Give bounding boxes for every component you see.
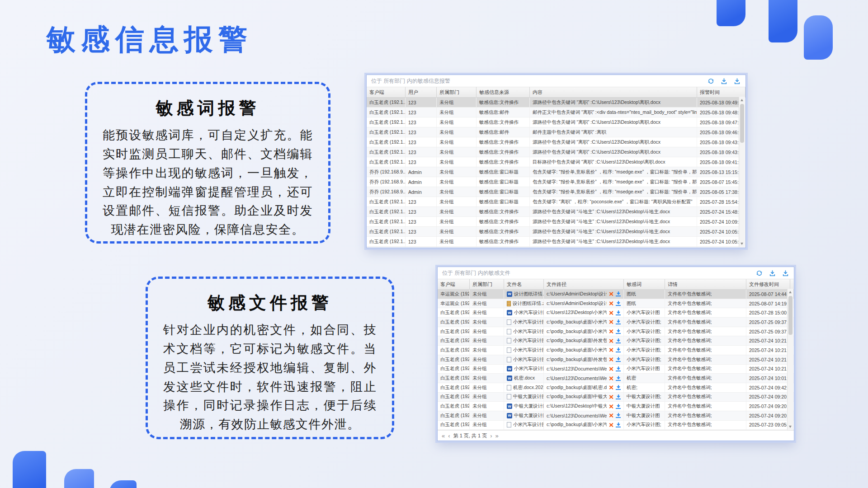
remove-icon[interactable]: [609, 394, 613, 399]
remove-icon[interactable]: [609, 413, 613, 418]
doc-file-icon: [507, 385, 511, 390]
table-row[interactable]: 白玉老虎 (192.1...未分组机密.docxc:\Users\123\Doc…: [438, 374, 794, 383]
cell-time: 2025-08-18 09:46:04: [697, 127, 745, 137]
table-row[interactable]: 白玉老虎 (192.1...未分组小米汽车设计图...c:\Users\123\…: [438, 308, 794, 318]
cell-path: c:\Users\123\Documents\WeChat F...: [544, 374, 624, 383]
column-header[interactable]: 敏感词: [624, 279, 665, 289]
column-header[interactable]: 内容: [530, 87, 697, 97]
table-row[interactable]: 白玉老虎 (192.1...未分组机密.docx.20250...c:\podl…: [438, 383, 794, 393]
refresh-icon[interactable]: [708, 78, 715, 84]
table-row[interactable]: 白玉老虎 (192.1...123未分组敏感信息:文件操作源路径中包含关键词 “…: [367, 217, 745, 227]
download-icon[interactable]: [616, 376, 621, 381]
column-header[interactable]: 文件修改时间: [746, 279, 790, 289]
download-icon[interactable]: [616, 347, 621, 352]
table-row[interactable]: 白玉老虎 (192.1...123未分组敏感信息:文件操作源路径中包含关键词 “…: [367, 137, 745, 147]
remove-icon[interactable]: [609, 422, 613, 427]
column-header[interactable]: 敏感信息来源: [476, 87, 530, 97]
table-row[interactable]: 白玉老虎 (192.1...未分组中银大厦设计图...c:\Users\123\…: [438, 411, 794, 421]
download-icon[interactable]: [782, 270, 789, 277]
download-icon[interactable]: [734, 78, 741, 84]
table-row[interactable]: 白玉老虎 (192.1...123未分组敏感信息:文件操作源路径中包含关键词 “…: [367, 237, 745, 247]
table-row[interactable]: 白玉老虎 (192.1...123未分组敏感信息:文件操作源路径中包含关键词 “…: [367, 227, 745, 237]
remove-icon[interactable]: [609, 301, 613, 306]
table-row[interactable]: 乔乔 (192.168.9...Admin未分组敏感信息:窗口标题包含关键字: …: [367, 177, 745, 187]
remove-icon[interactable]: [609, 310, 613, 315]
table-row[interactable]: 白玉老虎 (192.1...未分组中银大厦设计图...c:\podlp_back…: [438, 393, 794, 402]
remove-icon[interactable]: [609, 385, 613, 390]
download-icon[interactable]: [616, 338, 621, 343]
download-icon[interactable]: [616, 385, 621, 390]
prev-page-icon[interactable]: ‹: [448, 433, 450, 439]
column-header[interactable]: 客户端: [438, 279, 470, 289]
remove-icon[interactable]: [609, 366, 613, 371]
table-row[interactable]: 白玉老虎 (192.1...未分组小米汽车设计图...c:\podlp_back…: [438, 355, 794, 365]
download-icon[interactable]: [616, 319, 621, 324]
cell-client: 白玉老虎 (192.1...: [438, 374, 470, 383]
download-icon[interactable]: [616, 291, 621, 296]
table-row[interactable]: 白玉老虎 (192.1...123未分组敏感信息:邮件邮件主题中包含关键词 “离…: [367, 127, 745, 137]
remove-icon[interactable]: [609, 319, 613, 324]
export-icon[interactable]: [769, 270, 776, 277]
last-page-icon[interactable]: »: [495, 433, 499, 439]
column-header[interactable]: 所属部门: [437, 87, 476, 97]
remove-icon[interactable]: [609, 291, 613, 296]
column-header[interactable]: 客户端: [367, 87, 406, 97]
column-header[interactable]: 文件路径: [544, 279, 624, 289]
table-row[interactable]: 白玉老虎 (192.1...未分组小米汽车设计图...c:\podlp_back…: [438, 421, 794, 430]
download-icon[interactable]: [616, 413, 621, 418]
download-icon[interactable]: [616, 357, 621, 362]
table-row[interactable]: 白玉老虎 (192.1...123未分组敏感信息:文件操作源路径中包含关键词 “…: [367, 98, 745, 108]
export-icon[interactable]: [721, 78, 728, 84]
remove-icon[interactable]: [609, 338, 613, 343]
column-header[interactable]: 文件名: [504, 279, 544, 289]
remove-icon[interactable]: [609, 376, 613, 381]
download-icon[interactable]: [616, 366, 621, 371]
table-row[interactable]: 白玉老虎 (192.1...未分组小米汽车设计图...c:\podlp_back…: [438, 327, 794, 337]
remove-icon[interactable]: [609, 357, 613, 362]
scroll-up-icon[interactable]: [741, 99, 743, 101]
scrollbar-thumb[interactable]: [788, 296, 793, 335]
next-page-icon[interactable]: ›: [490, 433, 492, 439]
cell-dept: 未分组: [437, 177, 476, 187]
table-row[interactable]: 白玉老虎 (192.1...123未分组敏感信息:文件操作源路径中包含关键词 “…: [367, 117, 745, 127]
column-header[interactable]: 用户: [406, 87, 437, 97]
table-row[interactable]: 白玉老虎 (192.1...123未分组敏感信息:文件操作目标路径中包含关键词 …: [367, 157, 745, 167]
first-page-icon[interactable]: «: [442, 433, 445, 439]
table-row[interactable]: 白玉老虎 (192.1...123未分组敏感信息:文件操作源路径中包含关键词 “…: [367, 147, 745, 157]
remove-icon[interactable]: [609, 404, 613, 409]
remove-icon[interactable]: [609, 347, 613, 352]
table-row[interactable]: 白玉老虎 (192.1...123未分组敏感信息:文件操作源路径中包含关键词 “…: [367, 207, 745, 217]
scrollbar[interactable]: [787, 289, 793, 430]
download-icon[interactable]: [616, 404, 621, 409]
table-row[interactable]: 白玉老虎 (192.1...123未分组敏感信息:窗口标题包含关键字: “离职”…: [367, 197, 745, 207]
download-icon[interactable]: [616, 310, 621, 315]
table-row[interactable]: 白玉老虎 (192.1...123未分组敏感信息:邮件邮件正文中包含关键词 “离…: [367, 108, 745, 117]
table-row[interactable]: 白玉老虎 (192.1...未分组小米汽车设计图...c:\podlp_back…: [438, 336, 794, 346]
table-row[interactable]: 白玉老虎 (192.1...未分组小米汽车设计图...c:\Users\123\…: [438, 365, 794, 374]
cell-path: c:\podlp_backup\桌面\小米汽车设计...: [544, 318, 624, 327]
refresh-icon[interactable]: [756, 270, 763, 277]
download-icon[interactable]: [616, 301, 621, 306]
scroll-up-icon[interactable]: [789, 291, 792, 293]
download-icon[interactable]: [616, 329, 621, 334]
column-header[interactable]: 详情: [665, 279, 746, 289]
table-row[interactable]: 白玉老虎 (192.1...未分组小米汽车设计图...c:\podlp_back…: [438, 318, 794, 327]
table-row[interactable]: 乔乔 (192.168.9...Admin未分组敏感信息:窗口标题包含关键字: …: [367, 167, 745, 177]
download-icon[interactable]: [616, 394, 621, 399]
scrollbar[interactable]: [739, 97, 745, 247]
remove-icon[interactable]: [609, 329, 613, 334]
alert-table-titlebar: 位于 所有部门 内的敏感信息报警: [367, 75, 745, 87]
scroll-down-icon[interactable]: [789, 426, 792, 428]
column-header[interactable]: 报警时间: [697, 87, 745, 97]
scroll-down-icon[interactable]: [741, 243, 743, 245]
scrollbar-thumb[interactable]: [740, 104, 744, 143]
table-row[interactable]: 白玉老虎 (192.1...未分组小米汽车设计图...c:\podlp_back…: [438, 346, 794, 355]
table-row[interactable]: 乔乔 (192.168.9...Admin未分组敏感信息:窗口标题包含关键字: …: [367, 187, 745, 197]
column-header[interactable]: 所属部门: [470, 279, 504, 289]
table-row[interactable]: 白玉老虎 (192.1...未分组中银大厦设计图...c:\Users\123\…: [438, 402, 794, 411]
table-row[interactable]: 白玉老虎 (192.1...123未分组敏感信息:文件操作源路径中包含关键词 “…: [367, 247, 745, 248]
alert-table-rows: 白玉老虎 (192.1...123未分组敏感信息:文件操作源路径中包含关键词 “…: [367, 98, 745, 248]
table-row[interactable]: 幸运观众 (192.1...未分组设计图纸详情.zipc:\Users\Admi…: [438, 299, 794, 309]
download-icon[interactable]: [616, 422, 621, 427]
table-row[interactable]: 幸运观众 (192.1...未分组设计图纸详情.do...c:\Users\Ad…: [438, 290, 794, 299]
